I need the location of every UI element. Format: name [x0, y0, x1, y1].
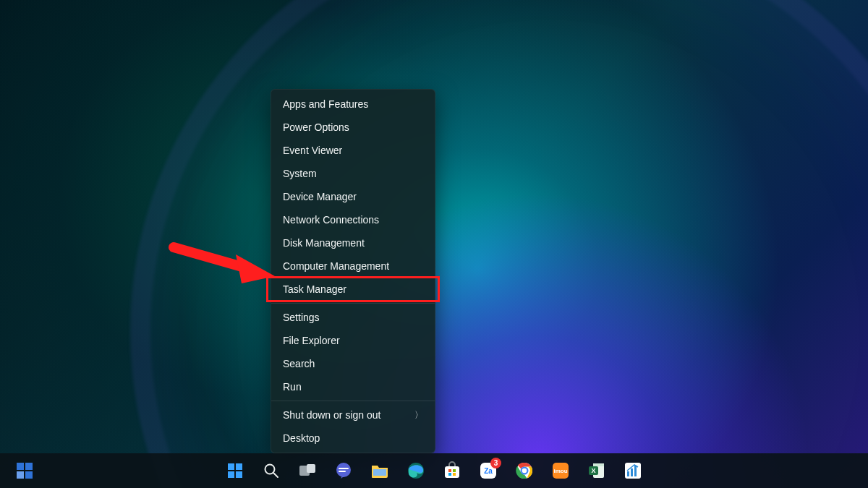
menu-item-network-connections[interactable]: Network Connections — [271, 208, 435, 231]
taskbar-left — [10, 453, 39, 488]
svg-rect-4 — [228, 471, 234, 478]
menu-item-label: Network Connections — [283, 214, 379, 226]
winx-context-menu: Apps and Features Power Options Event Vi… — [271, 89, 435, 453]
taskbar-search-button[interactable] — [257, 456, 286, 485]
menu-item-label: File Explorer — [283, 335, 340, 346]
imou-icon: imou — [551, 461, 570, 480]
menu-item-disk-management[interactable]: Disk Management — [271, 231, 435, 254]
svg-rect-5 — [236, 471, 242, 478]
svg-rect-14 — [448, 469, 451, 472]
menu-item-label: System — [283, 168, 317, 179]
menu-item-desktop[interactable]: Desktop — [271, 427, 435, 450]
menu-item-label: Apps and Features — [283, 98, 368, 110]
svg-text:X: X — [591, 467, 595, 474]
menu-item-run[interactable]: Run — [271, 375, 435, 398]
menu-item-apps-and-features[interactable]: Apps and Features — [271, 93, 435, 116]
menu-item-search[interactable]: Search — [271, 352, 435, 375]
taskbar-zalo-button[interactable]: Za 3 — [474, 456, 503, 485]
svg-rect-11 — [373, 469, 386, 476]
folder-icon — [370, 463, 389, 479]
menu-item-label: Shut down or sign out — [283, 409, 380, 421]
menu-item-label: Disk Management — [283, 237, 365, 249]
menu-item-device-manager[interactable]: Device Manager — [271, 185, 435, 208]
chevron-right-icon: 〉 — [414, 409, 423, 421]
menu-item-computer-management[interactable]: Computer Management — [271, 254, 435, 278]
svg-rect-31 — [631, 468, 633, 476]
start-corner-button[interactable] — [10, 456, 39, 485]
taskbar-start-button[interactable] — [221, 456, 250, 485]
menu-item-label: Settings — [283, 312, 320, 323]
excel-icon: X — [587, 461, 606, 480]
menu-item-label: Task Manager — [283, 283, 346, 295]
svg-text:Za: Za — [484, 467, 493, 475]
taskbar-excel-button[interactable]: X — [582, 456, 611, 485]
menu-item-task-manager[interactable]: Task Manager — [271, 278, 435, 301]
menu-item-label: Device Manager — [283, 191, 357, 202]
menu-item-power-options[interactable]: Power Options — [271, 116, 435, 139]
task-view-icon — [299, 463, 316, 478]
svg-rect-32 — [634, 466, 637, 476]
menu-item-settings[interactable]: Settings — [271, 306, 435, 329]
taskbar: Za 3 imou — [0, 453, 868, 488]
windows-logo-icon — [17, 463, 33, 479]
svg-text:imou: imou — [553, 468, 567, 474]
svg-rect-30 — [627, 471, 629, 476]
taskbar-task-view-button[interactable] — [293, 456, 322, 485]
taskbar-center: Za 3 imou — [221, 456, 647, 485]
store-icon — [443, 461, 461, 480]
taskbar-imou-button[interactable]: imou — [546, 456, 575, 485]
windows-start-icon — [226, 462, 244, 479]
svg-rect-2 — [228, 463, 234, 470]
menu-item-label: Computer Management — [283, 260, 389, 272]
wallpaper-ring — [130, 0, 868, 488]
menu-separator — [271, 303, 435, 304]
menu-item-label: Event Viewer — [283, 145, 342, 156]
taskbar-analytics-button[interactable] — [618, 456, 647, 485]
menu-item-event-viewer[interactable]: Event Viewer — [271, 139, 435, 162]
edge-icon — [407, 461, 425, 480]
menu-separator — [271, 401, 435, 401]
svg-rect-3 — [236, 463, 242, 470]
taskbar-file-explorer-button[interactable] — [365, 456, 394, 485]
taskbar-chrome-button[interactable] — [510, 456, 539, 485]
chart-icon — [624, 461, 642, 480]
notification-badge: 3 — [490, 458, 501, 468]
taskbar-edge-button[interactable] — [401, 456, 430, 485]
svg-rect-26 — [593, 463, 604, 466]
svg-rect-17 — [453, 473, 456, 476]
menu-item-label: Run — [283, 381, 302, 393]
menu-item-shutdown-signout[interactable]: Shut down or sign out 〉 — [271, 403, 435, 427]
menu-item-label: Power Options — [283, 121, 349, 133]
taskbar-chat-button[interactable] — [329, 456, 358, 485]
menu-item-file-explorer[interactable]: File Explorer — [271, 329, 435, 352]
svg-point-10 — [336, 463, 351, 477]
svg-rect-13 — [445, 466, 459, 478]
svg-rect-16 — [448, 473, 451, 476]
search-icon — [263, 463, 279, 479]
menu-item-system[interactable]: System — [271, 162, 435, 185]
menu-item-label: Search — [283, 358, 315, 369]
taskbar-store-button[interactable] — [438, 456, 467, 485]
svg-rect-15 — [453, 469, 456, 472]
svg-rect-9 — [307, 464, 315, 473]
menu-item-label: Desktop — [283, 432, 320, 444]
svg-point-22 — [522, 468, 527, 474]
chat-icon — [334, 461, 353, 480]
svg-line-7 — [273, 473, 278, 477]
chrome-icon — [515, 461, 534, 480]
